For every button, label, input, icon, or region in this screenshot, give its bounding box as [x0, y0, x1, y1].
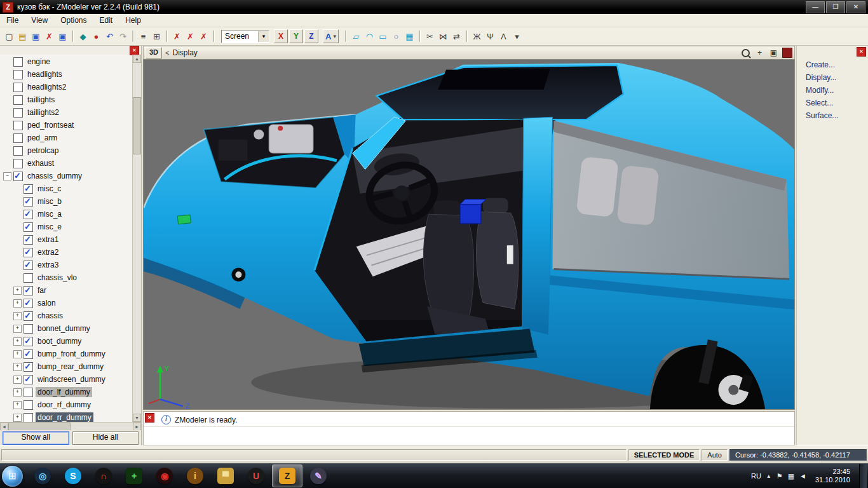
tree-checkbox[interactable] — [24, 235, 33, 245]
viewport-mode-indicator[interactable] — [782, 48, 792, 58]
tree-item[interactable]: + chassis — [0, 309, 132, 322]
tree-item[interactable]: ped_frontseat — [0, 119, 132, 132]
start-button[interactable]: ⊞ — [2, 466, 23, 487]
new-file-icon[interactable]: ▢ — [3, 30, 16, 43]
axis-x-button[interactable]: X — [274, 29, 288, 43]
tray-chevron-icon[interactable]: ▲ — [766, 473, 771, 479]
command-item[interactable]: Surface... — [797, 109, 868, 122]
tree-checkbox[interactable] — [24, 197, 33, 207]
tree-item[interactable]: headlights2 — [0, 81, 132, 93]
tree-item[interactable]: + bump_front_dummy — [0, 348, 132, 360]
tree-checkbox[interactable] — [24, 210, 33, 219]
notes-icon[interactable]: ≡ — [137, 30, 150, 43]
tree-item[interactable]: + door_rf_dummy — [0, 398, 132, 411]
tree-checkbox[interactable] — [24, 184, 33, 194]
tree-expander[interactable]: + — [13, 299, 22, 308]
tree-expander[interactable]: + — [13, 414, 22, 422]
menu-item[interactable]: Edit — [93, 15, 119, 26]
axis-z-button[interactable]: Z — [304, 29, 318, 43]
tree-item[interactable]: petrolcap — [0, 144, 132, 157]
create-curve-icon[interactable]: ◠ — [363, 30, 376, 43]
skype-icon[interactable]: S — [58, 465, 88, 487]
tree-item[interactable]: exhaust — [0, 157, 132, 170]
tree-item[interactable]: misc_e — [0, 220, 132, 233]
viewport-3d[interactable]: Y Z — [143, 59, 795, 410]
open-file-icon[interactable]: ▤ — [16, 30, 29, 43]
tree-expander[interactable]: + — [13, 312, 22, 320]
cut-icon[interactable]: ✂ — [423, 30, 437, 43]
browser-icon[interactable]: ◎ — [28, 465, 57, 487]
zoom-icon[interactable] — [740, 48, 751, 58]
scroll-down-icon[interactable]: ▼ — [133, 414, 141, 422]
separator[interactable] — [72, 30, 74, 42]
tree-checkbox[interactable] — [24, 388, 33, 397]
command-item[interactable]: Select... — [797, 97, 868, 109]
tree-item[interactable]: + far — [0, 284, 132, 297]
menu-item[interactable]: File — [0, 15, 25, 26]
tree-item[interactable]: chassis_vlo — [0, 271, 132, 284]
command-item[interactable]: Display... — [797, 71, 868, 84]
tree-item[interactable]: − chassis_dummy — [0, 170, 132, 182]
action-center-flag-icon[interactable]: ⚑ — [776, 472, 783, 480]
tree-checkbox[interactable] — [13, 172, 23, 181]
separator[interactable] — [213, 30, 215, 42]
scroll-left-icon[interactable]: ◄ — [0, 423, 8, 431]
walk-cycle-icon[interactable]: Λ — [497, 30, 510, 43]
tree-expander[interactable]: − — [3, 172, 11, 180]
tree-item[interactable]: + salon — [0, 297, 132, 309]
tree-item[interactable]: misc_c — [0, 182, 132, 195]
tree-item[interactable]: + bonnet_dummy — [0, 322, 132, 335]
character-icon[interactable]: Ψ — [484, 30, 497, 43]
record-icon[interactable]: ● — [90, 30, 103, 43]
paint-app-icon[interactable]: ✎ — [304, 465, 333, 487]
face-mode-off-icon[interactable]: ✗ — [197, 30, 210, 43]
tree-checkbox[interactable] — [24, 413, 33, 423]
separator[interactable] — [166, 30, 168, 42]
tree-item[interactable]: extra2 — [0, 246, 132, 259]
create-sphere-icon[interactable]: ○ — [390, 30, 403, 43]
tree-checkbox[interactable] — [24, 273, 33, 283]
tree-expander[interactable]: + — [13, 376, 22, 384]
view-3d-button[interactable]: 3D — [146, 47, 162, 58]
magnet-app-icon[interactable]: U — [241, 465, 271, 487]
tree-checkbox[interactable] — [24, 248, 33, 257]
scrollbar-thumb[interactable] — [133, 97, 141, 154]
weld-icon[interactable]: ⋈ — [437, 30, 450, 43]
command-item[interactable]: Create... — [797, 58, 868, 71]
vertex-mode-off-icon[interactable]: ✗ — [170, 30, 184, 43]
tree-checkbox[interactable] — [24, 311, 33, 321]
copy-icon[interactable]: ⊞ — [150, 30, 163, 43]
save-icon[interactable]: ▣ — [29, 30, 43, 43]
show-desktop-button[interactable] — [859, 464, 867, 488]
explorer-folder-icon[interactable]: ▀ — [211, 465, 240, 487]
auto-mode-indicator[interactable]: Auto — [702, 449, 728, 461]
menu-item[interactable]: Help — [119, 15, 147, 26]
tree-expander[interactable]: + — [13, 363, 22, 371]
separator[interactable] — [419, 30, 421, 42]
tree-checkbox[interactable] — [13, 95, 23, 105]
close-button[interactable]: ✕ — [846, 1, 865, 13]
tree-item[interactable]: + bump_rear_dummy — [0, 360, 132, 373]
tree-item[interactable]: headlights — [0, 68, 132, 81]
tools-dropdown-icon[interactable]: ▾ — [510, 30, 524, 43]
tree-expander[interactable]: + — [13, 388, 22, 396]
tree-item[interactable]: engine — [0, 55, 132, 68]
tree-checkbox[interactable] — [24, 261, 33, 270]
tree-expander[interactable]: + — [13, 350, 22, 358]
tree-checkbox[interactable] — [13, 121, 23, 130]
redo-icon[interactable]: ↷ — [116, 30, 130, 43]
chevron-down-icon[interactable]: ▾ — [258, 31, 269, 42]
save-as-icon[interactable]: ▣ — [56, 30, 69, 43]
tree-checkbox[interactable] — [24, 324, 33, 334]
create-surface-icon[interactable]: ▭ — [376, 30, 390, 43]
tree-checkbox[interactable] — [24, 400, 33, 410]
skeleton-icon[interactable]: Ж — [470, 30, 484, 43]
tree-checkbox[interactable] — [24, 299, 33, 308]
gamepad-icon[interactable]: + — [119, 465, 149, 487]
tree-expander[interactable]: + — [13, 325, 22, 333]
separator[interactable] — [466, 30, 468, 42]
minimize-button[interactable]: — — [806, 1, 825, 13]
close-log-icon[interactable]: × — [145, 413, 154, 423]
tree-checkbox[interactable] — [13, 159, 23, 168]
tree-expander[interactable]: + — [13, 337, 22, 346]
